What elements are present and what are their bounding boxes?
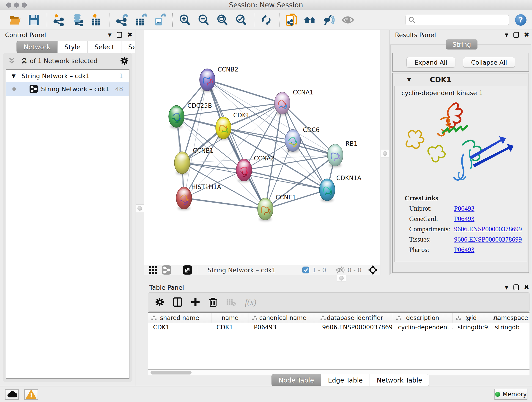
search-input[interactable]: [415, 17, 502, 23]
network-node[interactable]: [176, 187, 192, 210]
column-header-name[interactable]: name: [211, 313, 249, 323]
panel-menu-icon[interactable]: ▼: [505, 285, 508, 290]
gear-icon[interactable]: [120, 56, 129, 65]
column-header-description[interactable]: description: [393, 313, 452, 323]
panel-close-icon[interactable]: ✖: [524, 284, 529, 291]
table-cell[interactable]: cyclin-dependent ...: [393, 323, 452, 332]
selected-checkbox-icon[interactable]: [302, 267, 309, 274]
tab-style[interactable]: Style: [57, 41, 88, 53]
splitter-grip[interactable]: [337, 275, 346, 281]
show-columns-icon[interactable]: [173, 297, 182, 307]
open-file-icon[interactable]: [9, 13, 22, 26]
network-edge[interactable]: [244, 170, 327, 190]
network-edge[interactable]: [182, 163, 244, 170]
window-close-button[interactable]: [6, 2, 11, 7]
new-network-from-selection-icon[interactable]: [285, 13, 298, 26]
table-cell[interactable]: CDK1: [211, 323, 249, 332]
tab-network-table[interactable]: Network Table: [370, 374, 429, 386]
hide-selected-icon[interactable]: [323, 13, 336, 26]
export-image-icon[interactable]: [153, 13, 166, 26]
splitter-grip[interactable]: [381, 150, 389, 157]
network-edge[interactable]: [265, 190, 327, 209]
column-header-namespace[interactable]: namespace: [490, 313, 530, 323]
network-node[interactable]: [200, 69, 215, 92]
network-node[interactable]: [285, 129, 301, 153]
table-cell[interactable]: CDK1: [148, 323, 211, 332]
tab-node-table[interactable]: Node Table: [272, 374, 321, 386]
network-edge[interactable]: [184, 198, 265, 209]
splitter-grip[interactable]: [136, 204, 144, 212]
tab-select[interactable]: Select: [88, 41, 121, 53]
network-node[interactable]: [327, 144, 343, 167]
table-settings-gear-icon[interactable]: [155, 298, 164, 307]
warnings-button[interactable]: [24, 389, 38, 400]
network-node[interactable]: [258, 198, 273, 221]
delete-trash-icon[interactable]: [209, 297, 217, 307]
import-table-icon[interactable]: [90, 13, 103, 26]
network-node[interactable]: [319, 179, 335, 202]
right-splitter[interactable]: [380, 30, 390, 275]
table-cell[interactable]: stringdb: [490, 323, 530, 332]
column-header-shared-name[interactable]: shared name: [148, 313, 211, 323]
network-collection-row[interactable]: ▼ String Network – cdk1 1: [6, 70, 129, 82]
import-network-file-icon[interactable]: [53, 13, 65, 26]
export-network-icon[interactable]: [115, 13, 128, 26]
save-session-icon[interactable]: [27, 13, 40, 26]
hidden-eye-icon[interactable]: [336, 266, 345, 274]
zoom-selected-icon[interactable]: [234, 13, 247, 26]
show-all-icon[interactable]: [341, 13, 354, 26]
network-edge[interactable]: [207, 80, 282, 103]
zoom-out-icon[interactable]: [197, 13, 210, 26]
memory-button[interactable]: Memory: [494, 389, 527, 400]
birds-eye-view-icon[interactable]: [148, 265, 158, 275]
panel-float-icon[interactable]: [513, 32, 519, 38]
first-neighbors-icon[interactable]: [304, 13, 317, 26]
zoom-fit-icon[interactable]: [216, 13, 229, 26]
panel-close-icon[interactable]: ✖: [524, 32, 529, 38]
network-canvas[interactable]: CCNB2CCNA1CDC25BCDK1CDC6RB1CCNB1CCNA2CDK…: [144, 30, 380, 265]
collapse-all-button[interactable]: Collapse All: [463, 57, 515, 68]
crosslink-link[interactable]: P06493: [454, 205, 475, 212]
add-column-icon[interactable]: [191, 298, 200, 307]
network-edge[interactable]: [184, 80, 207, 198]
refresh-network-icon[interactable]: [260, 13, 273, 26]
column-header-@id[interactable]: @id: [452, 313, 490, 323]
left-splitter[interactable]: [135, 30, 144, 386]
column-header-database-identifier[interactable]: database identifier: [317, 313, 393, 323]
network-row-selected[interactable]: String Network – cdk1 11 48: [6, 82, 129, 96]
cdk1-section-header[interactable]: ▼ CDK1: [393, 74, 529, 85]
export-table-icon[interactable]: [134, 13, 147, 26]
expand-all-button[interactable]: Expand All: [406, 57, 455, 68]
search-box[interactable]: [405, 15, 509, 25]
network-node[interactable]: [215, 117, 231, 140]
scrollbar-thumb[interactable]: [151, 371, 191, 375]
crosslink-link[interactable]: P06493: [454, 246, 475, 254]
tab-edge-table[interactable]: Edge Table: [321, 374, 370, 386]
section-collapse-icon[interactable]: ▼: [407, 77, 411, 83]
panel-menu-icon[interactable]: ▼: [505, 32, 508, 38]
network-edge[interactable]: [207, 80, 335, 155]
crosslink-link[interactable]: 9606.ENSP00000378699: [454, 225, 522, 233]
tab-string[interactable]: String: [446, 39, 477, 50]
table-cell[interactable]: 9606.ENSP00000378699: [317, 323, 393, 332]
table-cell[interactable]: P06493: [249, 323, 317, 332]
crosslink-link[interactable]: P06493: [454, 215, 475, 223]
window-zoom-button[interactable]: [22, 2, 27, 7]
detach-view-icon[interactable]: [183, 265, 192, 275]
import-network-database-icon[interactable]: [71, 13, 84, 26]
zoom-in-icon[interactable]: [178, 13, 191, 26]
panel-menu-icon[interactable]: ▼: [108, 32, 111, 38]
network-node[interactable]: [174, 152, 190, 175]
table-row[interactable]: CDK1CDK1P064939606.ENSP00000378699cyclin…: [148, 323, 530, 332]
panel-float-icon[interactable]: [513, 284, 519, 290]
cloud-status-button[interactable]: [5, 389, 19, 400]
network-overview-icon[interactable]: [162, 265, 171, 275]
network-node[interactable]: [169, 105, 184, 128]
panel-close-icon[interactable]: ✖: [127, 32, 133, 38]
horizontal-splitter[interactable]: [144, 275, 532, 282]
help-button[interactable]: ?: [515, 14, 526, 26]
crosslink-link[interactable]: 9606.ENSP00000378699: [454, 236, 522, 243]
fit-selected-crosshair-icon[interactable]: [367, 265, 378, 275]
table-cell[interactable]: stringdb:9...: [452, 323, 490, 332]
window-minimize-button[interactable]: [14, 2, 19, 7]
